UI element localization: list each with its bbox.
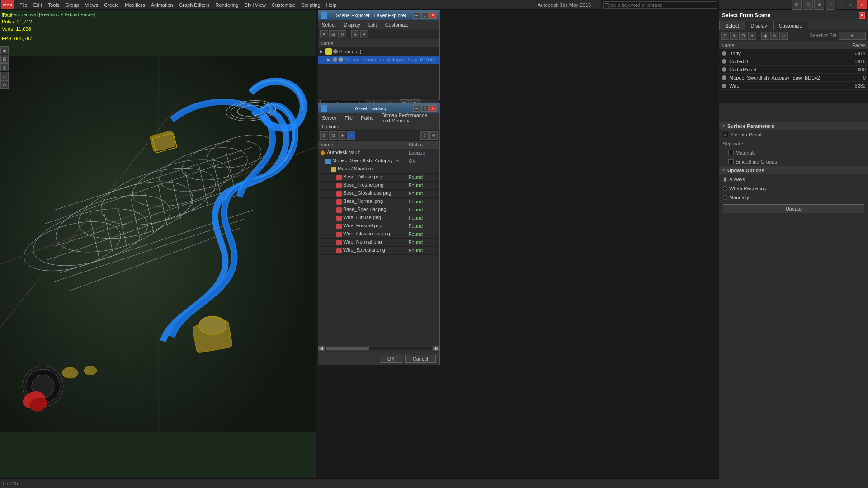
asset-ok-btn[interactable]: OK: [380, 355, 402, 363]
asset-row[interactable]: Base_Fresnel.pngFound: [318, 181, 439, 189]
at-tool-settings[interactable]: ⚙: [429, 131, 438, 140]
asset-tracking-maximize[interactable]: □: [421, 105, 429, 112]
menu-views[interactable]: Views: [82, 1, 101, 9]
scene-tool-1[interactable]: ⊞: [721, 32, 729, 40]
at-menu-bitmap[interactable]: Bitmap Performance and Memory: [380, 112, 438, 124]
asset-row[interactable]: Base_Glossiness.pngFound: [318, 189, 439, 197]
scene-tool-4[interactable]: ✦: [748, 32, 756, 40]
radio-always[interactable]: [723, 177, 727, 182]
at-menu-paths[interactable]: Paths: [359, 114, 375, 122]
at-menu-server[interactable]: Server: [320, 114, 338, 122]
at-tool-help[interactable]: ?: [420, 131, 429, 140]
radio-when-rendering-row[interactable]: When Rendering: [723, 184, 864, 192]
layer-0-item[interactable]: ▶ 0 (default): [318, 47, 439, 56]
smooth-result-checkbox[interactable]: ✓: [723, 132, 728, 137]
asset-row[interactable]: Autodesk VaultLogged: [318, 149, 439, 157]
obj-row-body[interactable]: Body 6914: [719, 49, 868, 57]
mopec-item[interactable]: ▶ Mopec_Swordfish_Autopsy_Saw_BD142: [318, 56, 439, 64]
asset-row[interactable]: Wire_Normal.pngFound: [318, 238, 439, 246]
scene-tool-selset[interactable]: ▼: [839, 32, 866, 40]
scene-tool-5[interactable]: ◈: [761, 32, 769, 40]
asset-row[interactable]: Wire_Specular.pngFound: [318, 246, 439, 254]
scene-tool-7[interactable]: ⬡: [779, 32, 788, 40]
menu-scripting[interactable]: Scripting: [298, 1, 323, 9]
asset-table-container[interactable]: Name Status Autodesk VaultLoggedMopec_Sw…: [318, 141, 439, 343]
obj-row-cuttermount[interactable]: CutterMount 600: [719, 66, 868, 74]
radio-when-rendering[interactable]: [723, 186, 727, 191]
tab-display[interactable]: Display: [745, 21, 773, 30]
menu-customize[interactable]: Customize: [269, 1, 298, 9]
se-toolbar-filter[interactable]: ⊞: [329, 30, 337, 38]
asset-row[interactable]: Base_Specular.pngFound: [318, 206, 439, 214]
menu-group[interactable]: Group: [62, 1, 82, 9]
select-from-scene-close[interactable]: ✕: [859, 12, 865, 19]
menu-edit[interactable]: Edit: [31, 1, 45, 9]
se-toolbar-x[interactable]: ✕: [320, 30, 328, 38]
scene-explorer-maximize[interactable]: □: [421, 12, 429, 19]
viewport-left-icon-3[interactable]: ◎: [0, 63, 9, 71]
se-toolbar-layers[interactable]: ◈: [351, 30, 359, 38]
asset-row[interactable]: Wire_Glossiness.pngFound: [318, 230, 439, 238]
scroll-right[interactable]: ▶: [433, 346, 439, 351]
minimize-btn[interactable]: ─: [836, 0, 846, 9]
tab-select[interactable]: Select: [719, 21, 745, 30]
viewport-3d[interactable]: Total Polys: 21,712 Verts: 11,098 FPS: 6…: [0, 10, 316, 478]
scene-explorer-close[interactable]: ✕: [429, 12, 437, 19]
menu-help[interactable]: Help: [324, 1, 340, 9]
scroll-thumb[interactable]: [326, 347, 369, 350]
radio-always-row[interactable]: Always: [723, 175, 864, 183]
scene-explorer-tree[interactable]: ▶ 0 (default) ▶ Mopec_Swordfish_Autopsy_…: [318, 47, 439, 98]
scene-explorer-minimize[interactable]: ─: [413, 12, 420, 19]
radio-manually-row[interactable]: Manually: [723, 193, 864, 202]
scene-tool-2[interactable]: ▼: [730, 32, 738, 40]
viewport-left-icon-1[interactable]: ◈: [0, 46, 9, 54]
scroll-left[interactable]: ◀: [318, 346, 325, 351]
asset-row[interactable]: Base_Normal.pngFound: [318, 197, 439, 206]
tab-customize[interactable]: Customize: [773, 21, 808, 30]
se-toolbar-objects[interactable]: ●: [360, 30, 368, 38]
smoothing-groups-checkbox[interactable]: [728, 159, 734, 164]
scene-tool-3[interactable]: ⊡: [739, 32, 747, 40]
maximize-btn[interactable]: □: [847, 0, 857, 9]
obj-row-mopec[interactable]: Mopec_Swordfish_Autopsy_Saw_BD142 0: [719, 74, 868, 82]
at-tool-2[interactable]: ⊡: [329, 131, 337, 140]
asset-row[interactable]: Mopec_Swordfish_Autopsy_Saw_BD142_max_vr…: [318, 157, 439, 165]
close-btn[interactable]: ✕: [857, 0, 867, 9]
expand-mopec[interactable]: ▶: [327, 57, 333, 62]
expand-layer0[interactable]: ▶: [320, 49, 326, 54]
menu-graph-editors[interactable]: Graph Editors: [176, 1, 212, 9]
menu-civil-view[interactable]: Civil View: [241, 1, 268, 9]
asset-tracking-close[interactable]: ✕: [429, 105, 437, 112]
menu-select[interactable]: Select: [320, 21, 338, 28]
update-options-header[interactable]: Update Options: [719, 166, 868, 174]
scene-tool-6[interactable]: ⊙: [770, 32, 778, 40]
toolbar-icon-3[interactable]: ★: [814, 0, 824, 10]
toolbar-icon-4[interactable]: ?: [826, 0, 835, 10]
asset-row[interactable]: Maps / Shaders: [318, 165, 439, 173]
menu-create[interactable]: Create: [101, 1, 122, 9]
viewport-left-icon-2[interactable]: ⊞: [0, 55, 9, 63]
menu-file[interactable]: File: [17, 1, 30, 9]
at-tool-3[interactable]: ◈: [338, 131, 346, 140]
viewport-left-icon-4[interactable]: ⬡: [0, 72, 9, 80]
obj-row-wire[interactable]: Wire 8282: [719, 82, 868, 90]
menu-animation[interactable]: Animation: [148, 1, 176, 9]
materials-checkbox[interactable]: [728, 150, 734, 155]
se-toolbar-settings[interactable]: ⚙: [338, 30, 346, 38]
menu-edit[interactable]: Edit: [367, 21, 379, 28]
asset-row[interactable]: Wire_Fresnel.pngFound: [318, 222, 439, 230]
toolbar-icon-2[interactable]: ⊡: [803, 0, 813, 10]
scroll-track[interactable]: [326, 347, 432, 350]
update-button[interactable]: Update: [723, 204, 864, 213]
at-tool-1[interactable]: ⊞: [320, 131, 328, 140]
radio-manually[interactable]: [723, 195, 727, 200]
menu-display[interactable]: Display: [342, 21, 362, 28]
menu-customize[interactable]: Customize: [383, 21, 410, 28]
at-menu-file[interactable]: File: [343, 114, 354, 122]
asset-tracking-minimize[interactable]: ─: [413, 105, 420, 112]
menu-rendering[interactable]: Rendering: [213, 1, 241, 9]
toolbar-icon-1[interactable]: ⊞: [792, 0, 802, 10]
menu-tools[interactable]: Tools: [45, 1, 62, 9]
asset-scrollbar[interactable]: ◀ ▶: [318, 346, 439, 351]
menu-modifiers[interactable]: Modifiers: [122, 1, 148, 9]
